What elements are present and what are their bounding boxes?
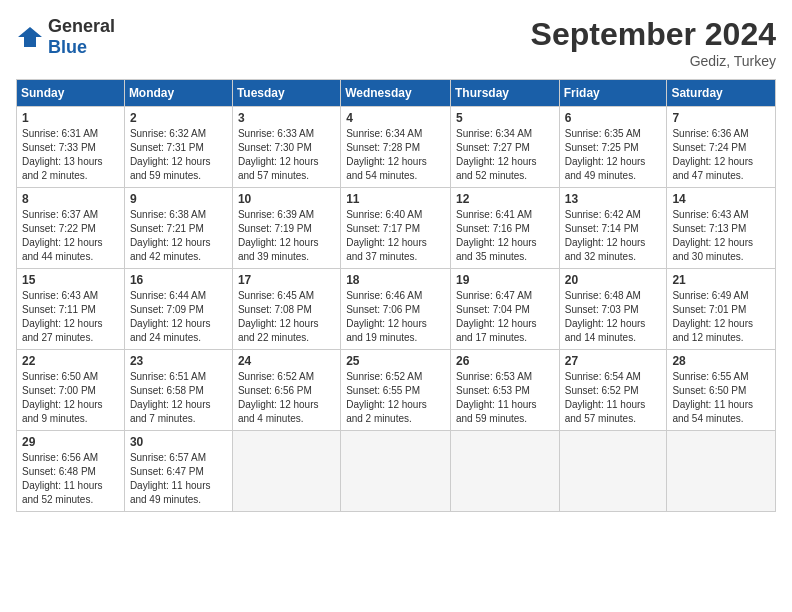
table-row: 17Sunrise: 6:45 AMSunset: 7:08 PMDayligh… xyxy=(232,269,340,350)
col-header-monday: Monday xyxy=(124,80,232,107)
table-row: 1Sunrise: 6:31 AMSunset: 7:33 PMDaylight… xyxy=(17,107,125,188)
table-row: 8Sunrise: 6:37 AMSunset: 7:22 PMDaylight… xyxy=(17,188,125,269)
table-row: 11Sunrise: 6:40 AMSunset: 7:17 PMDayligh… xyxy=(341,188,451,269)
table-row: 12Sunrise: 6:41 AMSunset: 7:16 PMDayligh… xyxy=(450,188,559,269)
table-row: 10Sunrise: 6:39 AMSunset: 7:19 PMDayligh… xyxy=(232,188,340,269)
table-row: 29Sunrise: 6:56 AMSunset: 6:48 PMDayligh… xyxy=(17,431,125,512)
table-row: 27Sunrise: 6:54 AMSunset: 6:52 PMDayligh… xyxy=(559,350,667,431)
month-title: September 2024 xyxy=(531,16,776,53)
col-header-tuesday: Tuesday xyxy=(232,80,340,107)
table-row: 15Sunrise: 6:43 AMSunset: 7:11 PMDayligh… xyxy=(17,269,125,350)
table-row: 2Sunrise: 6:32 AMSunset: 7:31 PMDaylight… xyxy=(124,107,232,188)
col-header-friday: Friday xyxy=(559,80,667,107)
table-row: 22Sunrise: 6:50 AMSunset: 7:00 PMDayligh… xyxy=(17,350,125,431)
table-row: 26Sunrise: 6:53 AMSunset: 6:53 PMDayligh… xyxy=(450,350,559,431)
table-row: 20Sunrise: 6:48 AMSunset: 7:03 PMDayligh… xyxy=(559,269,667,350)
table-row xyxy=(559,431,667,512)
table-row: 19Sunrise: 6:47 AMSunset: 7:04 PMDayligh… xyxy=(450,269,559,350)
table-row: 16Sunrise: 6:44 AMSunset: 7:09 PMDayligh… xyxy=(124,269,232,350)
col-header-wednesday: Wednesday xyxy=(341,80,451,107)
table-row: 5Sunrise: 6:34 AMSunset: 7:27 PMDaylight… xyxy=(450,107,559,188)
table-row: 25Sunrise: 6:52 AMSunset: 6:55 PMDayligh… xyxy=(341,350,451,431)
logo-blue: Blue xyxy=(48,37,87,57)
table-row: 3Sunrise: 6:33 AMSunset: 7:30 PMDaylight… xyxy=(232,107,340,188)
page-header: General Blue September 2024 Gediz, Turke… xyxy=(16,16,776,69)
table-row: 4Sunrise: 6:34 AMSunset: 7:28 PMDaylight… xyxy=(341,107,451,188)
table-row xyxy=(341,431,451,512)
table-row: 9Sunrise: 6:38 AMSunset: 7:21 PMDaylight… xyxy=(124,188,232,269)
table-row: 7Sunrise: 6:36 AMSunset: 7:24 PMDaylight… xyxy=(667,107,776,188)
table-row: 6Sunrise: 6:35 AMSunset: 7:25 PMDaylight… xyxy=(559,107,667,188)
table-row: 23Sunrise: 6:51 AMSunset: 6:58 PMDayligh… xyxy=(124,350,232,431)
table-row: 14Sunrise: 6:43 AMSunset: 7:13 PMDayligh… xyxy=(667,188,776,269)
table-row: 24Sunrise: 6:52 AMSunset: 6:56 PMDayligh… xyxy=(232,350,340,431)
table-row xyxy=(232,431,340,512)
table-row: 28Sunrise: 6:55 AMSunset: 6:50 PMDayligh… xyxy=(667,350,776,431)
calendar-table: SundayMondayTuesdayWednesdayThursdayFrid… xyxy=(16,79,776,512)
title-block: September 2024 Gediz, Turkey xyxy=(531,16,776,69)
table-row xyxy=(450,431,559,512)
logo: General Blue xyxy=(16,16,115,58)
svg-marker-0 xyxy=(18,27,42,47)
logo-icon xyxy=(16,23,44,51)
col-header-sunday: Sunday xyxy=(17,80,125,107)
location: Gediz, Turkey xyxy=(531,53,776,69)
col-header-saturday: Saturday xyxy=(667,80,776,107)
table-row: 30Sunrise: 6:57 AMSunset: 6:47 PMDayligh… xyxy=(124,431,232,512)
table-row xyxy=(667,431,776,512)
logo-general: General xyxy=(48,16,115,36)
table-row: 13Sunrise: 6:42 AMSunset: 7:14 PMDayligh… xyxy=(559,188,667,269)
col-header-thursday: Thursday xyxy=(450,80,559,107)
table-row: 21Sunrise: 6:49 AMSunset: 7:01 PMDayligh… xyxy=(667,269,776,350)
table-row: 18Sunrise: 6:46 AMSunset: 7:06 PMDayligh… xyxy=(341,269,451,350)
